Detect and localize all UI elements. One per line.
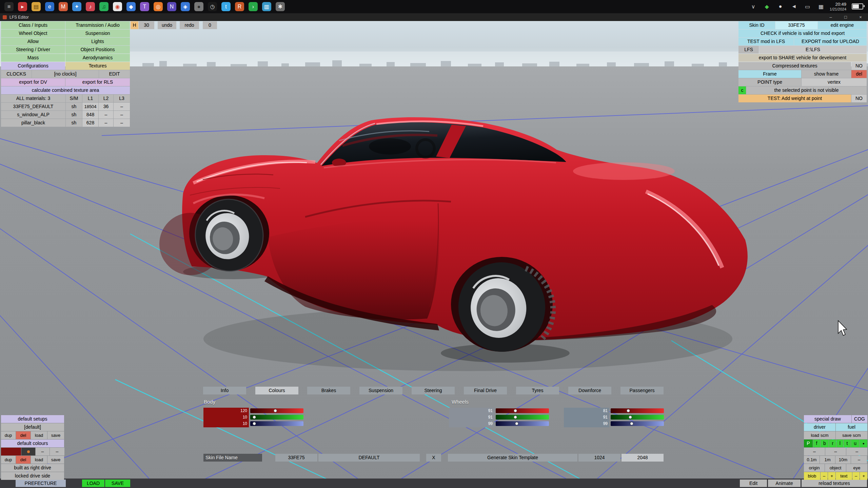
prefecture-button[interactable]: PREFECTURE — [16, 480, 66, 487]
volume-status-icon[interactable]: ◄ — [789, 2, 798, 11]
wheel2-blue-slider[interactable] — [611, 421, 664, 426]
edit-engine-button[interactable]: edit engine — [818, 21, 867, 29]
animate-button[interactable]: Animate — [768, 480, 801, 487]
chrome-app-icon[interactable]: ◉ — [113, 2, 122, 11]
body-colour-swatch[interactable]: 120 10 10 — [203, 408, 249, 427]
option-dash-3[interactable]: – — [846, 448, 867, 455]
slider-knob[interactable] — [253, 422, 256, 425]
material-sm[interactable]: sh — [66, 103, 82, 110]
tab-downforce[interactable]: Downforce — [568, 387, 611, 394]
point-type-label[interactable]: POINT type — [738, 78, 801, 86]
material-l1[interactable]: 848 — [82, 111, 98, 119]
flag-b-button[interactable]: b — [821, 440, 829, 447]
frame-button[interactable]: Frame — [738, 70, 801, 78]
slider-knob[interactable] — [253, 415, 256, 419]
button-allow[interactable]: Allow — [1, 38, 65, 45]
option-dash-1[interactable]: – — [804, 448, 825, 455]
slider-knob[interactable] — [630, 422, 633, 425]
wheel2-colour-swatch[interactable]: 81 91 99 — [564, 408, 609, 427]
check-vehicle-button[interactable]: CHECK if vehicle is valid for mod export — [738, 29, 867, 37]
camera-app-icon[interactable]: ● — [194, 2, 203, 11]
viewport-3d[interactable] — [0, 0, 868, 488]
skin-name-button[interactable]: DEFAULT — [318, 454, 420, 462]
button-aerodynamics[interactable]: Aerodynamics — [65, 54, 130, 62]
body-blue-slider[interactable] — [250, 421, 303, 426]
option-dash-2[interactable]: – — [825, 448, 846, 455]
flag-l-button[interactable]: l — [836, 440, 843, 447]
test-weight-button[interactable]: TEST: Add weight at point — [738, 95, 851, 102]
material-sm[interactable]: sh — [66, 119, 82, 127]
recorder-app-icon[interactable]: ▸ — [18, 2, 27, 11]
wheel1-colour-swatch[interactable]: 91 91 99 — [449, 408, 494, 427]
skin-size-2048-button[interactable]: 2048 — [622, 454, 664, 462]
vpn-status-icon[interactable]: ◆ — [762, 2, 771, 11]
flag-t-button[interactable]: t — [844, 440, 851, 447]
button-mass[interactable]: Mass — [1, 54, 65, 62]
terminal-app-icon[interactable]: › — [249, 2, 258, 11]
lfs-label[interactable]: LFS — [738, 46, 759, 54]
colour-load-button[interactable]: load — [31, 456, 47, 464]
default-colours-button[interactable]: default colours — [1, 440, 64, 447]
minimize-button[interactable]: – — [823, 13, 838, 21]
material-name[interactable]: pillar_black — [1, 119, 65, 127]
clock-app-icon[interactable]: ◷ — [208, 2, 217, 11]
text-button[interactable]: text — [836, 472, 852, 480]
blob-button[interactable]: blob — [804, 472, 820, 480]
firefox-app-icon[interactable]: ◎ — [154, 2, 163, 11]
skin-id-button[interactable]: 33FE75 — [275, 454, 317, 462]
undo-button[interactable]: undo — [158, 21, 176, 29]
docs-app-icon[interactable]: ▥ — [262, 2, 271, 11]
skin-id-label[interactable]: Skin ID — [738, 21, 775, 29]
button-class-inputs[interactable]: Class / Inputs — [1, 21, 65, 29]
default-setups-button[interactable]: default setups — [1, 415, 64, 423]
tab-tyres[interactable]: Tyres — [516, 387, 559, 394]
mic-status-icon[interactable]: ● — [776, 2, 785, 11]
wheel1-green-slider[interactable] — [496, 415, 549, 420]
locked-drive-side-button[interactable]: locked drive side — [1, 472, 64, 480]
history-count[interactable]: 0 — [203, 21, 217, 29]
material-l1[interactable]: 628 — [82, 119, 98, 127]
view-origin-button[interactable]: origin — [804, 464, 825, 472]
button-lights[interactable]: Lights — [65, 38, 130, 45]
colour-slot-indicator[interactable] — [21, 448, 35, 455]
h-value[interactable]: 30 — [139, 21, 154, 29]
material-l3[interactable]: – — [114, 111, 130, 119]
colour-slot-prev-button[interactable]: – — [36, 448, 50, 455]
music-app-icon[interactable]: ♪ — [86, 2, 95, 11]
settings-gear-icon[interactable]: ✱ — [276, 2, 285, 11]
material-l2[interactable]: – — [99, 119, 113, 127]
tab-brakes[interactable]: Brakes — [307, 387, 350, 394]
colour-save-button[interactable]: save — [47, 456, 64, 464]
tab-passengers[interactable]: Passengers — [620, 387, 664, 394]
built-right-drive-button[interactable]: built as right drive — [1, 464, 64, 472]
close-button[interactable]: × — [853, 13, 868, 21]
save-button[interactable]: SAVE — [105, 480, 130, 487]
material-sm[interactable]: sh — [66, 111, 82, 119]
button-export-dv[interactable]: export for DV — [1, 78, 65, 86]
body-red-slider[interactable] — [250, 408, 303, 413]
material-l2[interactable]: 36 — [99, 103, 113, 110]
special-draw-button[interactable]: special draw — [804, 415, 851, 423]
tab-info[interactable]: Info — [203, 387, 246, 394]
system-menu-icon[interactable]: ≡ — [4, 2, 14, 11]
slider-knob[interactable] — [627, 409, 630, 412]
compressed-textures-value[interactable]: NO — [851, 62, 867, 70]
text-plus-button[interactable]: + — [860, 472, 867, 480]
material-l3[interactable]: – — [114, 119, 130, 127]
slider-knob[interactable] — [514, 415, 517, 419]
button-clocks-edit[interactable]: EDIT — [99, 70, 130, 78]
view-eye-button[interactable]: eye — [846, 464, 867, 472]
setup-load-button[interactable]: load — [31, 431, 47, 439]
files-app-icon[interactable]: ▤ — [32, 2, 41, 11]
maximize-button[interactable]: □ — [838, 13, 853, 21]
fuel-button[interactable]: fuel — [836, 423, 867, 431]
tab-final-drive[interactable]: Final Drive — [464, 387, 507, 394]
keyboard-status-icon[interactable]: ▦ — [816, 2, 826, 11]
material-l2[interactable]: – — [99, 111, 113, 119]
generate-skin-template-button[interactable]: Generate Skin Template — [448, 454, 577, 462]
wheel2-green-slider[interactable] — [611, 415, 664, 420]
notes-app-icon[interactable]: N — [167, 2, 176, 11]
flag-f-button[interactable]: f — [813, 440, 820, 447]
button-steering-driver[interactable]: Steering / Driver — [1, 46, 65, 54]
blob-plus-button[interactable]: + — [828, 472, 835, 480]
